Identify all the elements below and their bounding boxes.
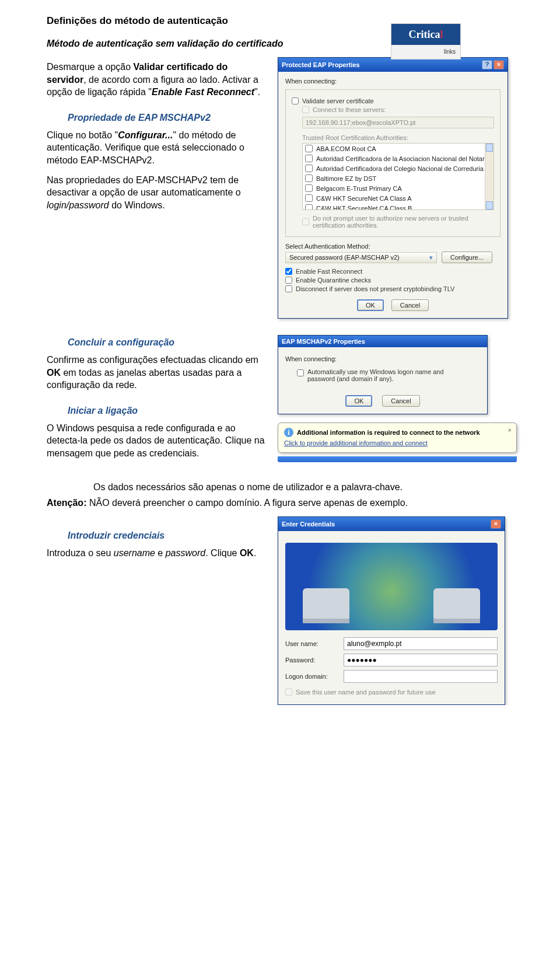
- brand-logo: Critical links: [391, 23, 461, 60]
- mschapv2-dialog: EAP MSCHAPv2 Properties When connecting:…: [278, 335, 488, 414]
- label: Select Authentication Method:: [285, 243, 501, 250]
- trusted-ca-list[interactable]: ABA.ECOM Root CA Autoridad Certificadora…: [302, 143, 494, 210]
- credentials-image: [285, 543, 498, 630]
- close-icon[interactable]: ×: [491, 519, 501, 529]
- paragraph: Os dados necessários são apenas o nome d…: [93, 481, 513, 494]
- auto-logon-checkbox[interactable]: Automatically use my Windows logon name …: [297, 368, 480, 382]
- quarantine-checkbox[interactable]: Enable Quarantine checks: [285, 277, 501, 284]
- paragraph: Confirme as configurações efectuadas cli…: [47, 354, 268, 392]
- scrollbar[interactable]: [485, 144, 494, 210]
- section-heading-conclude: Concluir a configuração: [68, 337, 268, 348]
- cancel-button[interactable]: Cancel: [391, 299, 429, 311]
- paragraph: Atenção: NÃO deverá preencher o campo do…: [47, 497, 513, 509]
- chevron-down-icon: ▾: [429, 254, 433, 261]
- logo-word: Critical: [391, 24, 460, 45]
- balloon-title: i Additional information is required to …: [284, 428, 500, 437]
- no-prompt-checkbox[interactable]: Do not prompt user to authorize new serv…: [302, 215, 494, 229]
- label: Logon domain:: [285, 673, 338, 680]
- label: When connecting:: [285, 78, 501, 85]
- logo-sub: links: [391, 45, 460, 59]
- info-icon: i: [284, 428, 293, 437]
- balloon-link[interactable]: Click to provide additional information …: [284, 439, 428, 446]
- ok-button[interactable]: OK: [357, 299, 384, 311]
- paragraph: Clique no botão "Configurar..." do métod…: [47, 129, 268, 167]
- domain-input[interactable]: [344, 670, 498, 683]
- servers-input[interactable]: [302, 117, 494, 128]
- paragraph: Introduza o seu username e password. Cli…: [47, 547, 268, 560]
- fast-reconnect-checkbox[interactable]: Enable Fast Reconnect: [285, 268, 501, 275]
- label: User name:: [285, 640, 338, 647]
- label: Password:: [285, 657, 338, 664]
- section-heading-mschap: Propriedade de EAP MSCHAPv2: [68, 113, 268, 123]
- paragraph: Nas propriedades do EAP-MSCHAPv2 tem de …: [47, 174, 268, 212]
- dialog-title: Enter Credentials: [282, 521, 335, 528]
- help-icon[interactable]: ?: [482, 60, 492, 69]
- dialog-title: Protected EAP Properties: [282, 61, 360, 68]
- close-icon[interactable]: ×: [508, 427, 512, 434]
- label: Trusted Root Certification Authorities:: [302, 134, 494, 141]
- paragraph: Desmarque a opção Validar certificado do…: [47, 61, 268, 99]
- paragraph: O Windows pesquisa a rede configurada e …: [47, 422, 268, 460]
- cryptobinding-checkbox[interactable]: Disconnect if server does not present cr…: [285, 285, 501, 292]
- notification-balloon[interactable]: × i Additional information is required t…: [278, 423, 517, 453]
- auth-method-select[interactable]: Secured password (EAP-MSCHAP v2)▾: [285, 252, 437, 263]
- password-input[interactable]: [344, 654, 498, 666]
- configure-button[interactable]: Configure...: [442, 252, 492, 263]
- section-heading-credentials: Introduzir credenciais: [68, 530, 268, 541]
- dialog-title: EAP MSCHAPv2 Properties: [282, 338, 365, 345]
- close-icon[interactable]: ×: [494, 60, 504, 69]
- credentials-dialog: Enter Credentials × User name: Password:…: [278, 516, 505, 705]
- validate-cert-checkbox[interactable]: Validate server certificate: [292, 97, 494, 104]
- cancel-button[interactable]: Cancel: [382, 395, 419, 407]
- section-heading-start: Iniciar a ligação: [68, 406, 268, 416]
- taskbar-strip: [278, 456, 517, 462]
- connect-servers-checkbox[interactable]: Connect to these servers:: [302, 106, 494, 113]
- ok-button[interactable]: OK: [345, 395, 372, 407]
- dialog-titlebar: Protected EAP Properties ? ×: [278, 58, 508, 72]
- username-input[interactable]: [344, 637, 498, 650]
- peap-dialog: Protected EAP Properties ? × When connec…: [278, 57, 508, 319]
- dialog-titlebar: Enter Credentials ×: [278, 517, 505, 531]
- save-credentials-checkbox[interactable]: Save this user name and password for fut…: [285, 689, 498, 696]
- label: When connecting:: [285, 355, 480, 362]
- dialog-titlebar: EAP MSCHAPv2 Properties: [278, 336, 487, 347]
